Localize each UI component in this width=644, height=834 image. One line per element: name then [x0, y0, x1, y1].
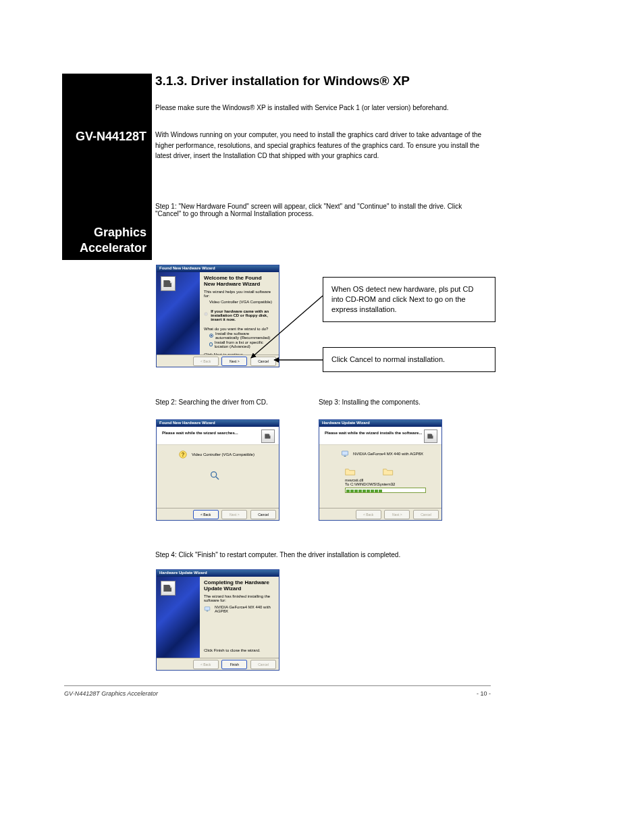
dialog1-heading: Welcome to the Found New Hardware Wizard [204, 275, 273, 287]
dialog1-sidepic [157, 272, 200, 355]
intro-paragraph-1: Please make sure the Windows® XP is inst… [155, 103, 485, 113]
dialog2-device-row: ? Video Controller (VGA Compatible) [178, 450, 273, 459]
svg-rect-10 [205, 607, 210, 610]
display-device-icon [341, 450, 349, 458]
dialog4-device: NVIDIA GeForce4 MX 440 with AGP8X [215, 605, 273, 613]
step2-label: Step 2: [155, 398, 177, 406]
dialog2-back-button[interactable]: < Back [193, 510, 219, 519]
dialog1-line1: This wizard helps you install software f… [204, 290, 273, 298]
page-footer: GV-N44128T Graphics Accelerator - 10 - [64, 690, 491, 697]
copy-anim [345, 467, 436, 475]
dialog1-opt1: Install the software automatically (Reco… [215, 332, 273, 340]
dialog-installing: Hardware Update Wizard Please wait while… [319, 419, 442, 521]
dialog2-body: ? Video Controller (VGA Compatible) [162, 447, 273, 505]
dialog4-titlebar: Hardware Update Wizard [157, 570, 279, 577]
dialog2-heading: Please wait while the wizard searches... [162, 431, 238, 435]
wizard-icon [261, 429, 275, 443]
dialog1-prompt: What do you want the wizard to do? [204, 327, 273, 331]
magnifier-icon [209, 470, 220, 481]
connector-icon [161, 277, 175, 290]
svg-point-6 [211, 472, 217, 477]
dialog-complete: Hardware Update Wizard Completing the Ha… [156, 569, 279, 671]
dialog3-body: NVIDIA GeForce4 MX 440 with AGP8X nvwcst… [325, 447, 436, 505]
callout-1-line-3: express installation. [331, 305, 487, 315]
step4-label: Step 4: [155, 551, 177, 558]
sidebar-caption-2: Graphics Accelerator [62, 225, 146, 255]
dialog1-device: Video Controller (VGA Compatible) [209, 300, 273, 304]
dialog1-radio-list[interactable]: Install from a list or specific location… [209, 340, 273, 348]
step1-text: Step 1: "New Hardware Found" screen will… [155, 203, 479, 217]
dialog4-finish-button[interactable]: Finish [221, 660, 247, 669]
step3-label: Step 3: [319, 398, 340, 406]
svg-rect-11 [207, 611, 209, 612]
svg-line-7 [216, 477, 219, 479]
dialog3-back-button[interactable]: < Back [356, 510, 381, 519]
wizard-icon [424, 429, 437, 443]
svg-rect-9 [344, 456, 346, 457]
dialog3-device-row: NVIDIA GeForce4 MX 440 with AGP8X [341, 450, 436, 458]
dialog2-cancel-button[interactable]: Cancel [250, 510, 276, 519]
search-anim-icon [209, 470, 273, 481]
dialog4-cancel-button[interactable]: Cancel [250, 660, 276, 669]
callout-2: Click Cancel to normal installation. [323, 347, 495, 372]
dialog4-heading: Completing the Hardware Update Wizard [204, 579, 273, 592]
dialog1-content: Welcome to the Found New Hardware Wizard… [204, 275, 273, 352]
radio-icon [209, 342, 213, 346]
dialog1-radio-auto[interactable]: Install the software automatically (Reco… [209, 332, 273, 340]
dialog1-cancel-button[interactable]: Cancel [250, 357, 276, 366]
cd-info-icon [204, 309, 208, 319]
dialog3-dest: To C:\WINDOWS\System32 [345, 482, 436, 486]
dialog4-content: Completing the Hardware Update Wizard Th… [204, 579, 273, 655]
svg-rect-8 [342, 451, 348, 455]
folder-from-icon [345, 467, 356, 475]
folder-to-icon [383, 467, 394, 475]
dialog3-device: NVIDIA GeForce4 MX 440 with AGP8X [353, 452, 423, 456]
callout-2-line-1: Click Cancel to normal installation. [331, 355, 487, 365]
dialog2-device: Video Controller (VGA Compatible) [192, 452, 254, 457]
connector-icon [161, 581, 175, 595]
dialog1-opt2: Install from a list or specific location… [215, 340, 273, 348]
dialog3-cancel-button[interactable]: Cancel [413, 510, 439, 519]
install-progress [345, 488, 426, 493]
step1-body: "New Hardware Found" screen will appear,… [155, 203, 462, 217]
unknown-device-icon: ? [178, 450, 188, 459]
dialog1-next-button[interactable]: Next > [221, 357, 247, 366]
step1-label: Step 1: [155, 203, 177, 210]
wizard-icon [161, 276, 176, 291]
callout-1-line-1: When OS detect new hardware, pls put CD [331, 284, 487, 294]
step3-text: Step 3: Installing the components. [319, 398, 643, 406]
dialog2-titlebar: Found New Hardware Wizard [157, 420, 279, 427]
svg-point-1 [205, 313, 207, 315]
dialog1-back-button[interactable]: < Back [193, 357, 219, 366]
step3-body: Installing the components. [342, 398, 420, 406]
footer-right: - 10 - [477, 690, 491, 697]
section-heading: 3.1.3. Driver installation for Windows® … [155, 74, 410, 88]
dialog-searching: Found New Hardware Wizard Please wait wh… [156, 419, 279, 521]
dialog4-back-button[interactable]: < Back [193, 660, 219, 669]
display-device-icon [204, 605, 211, 613]
callout-1-line-2: into CD-ROM and click Next to go on the [331, 294, 487, 305]
step4-body: Click "Finish" to restart computer. Then… [178, 551, 400, 558]
dialog1-tip: If your hardware came with an installati… [211, 309, 273, 321]
step2-body: Searching the driver from CD. [178, 398, 267, 406]
section-sidebar: GV-N44128T Graphics Accelerator [62, 74, 152, 260]
dialog4-sidepic [157, 577, 200, 658]
dialog3-next-button[interactable]: Next > [384, 510, 410, 519]
radio-icon [209, 334, 213, 338]
footer-rule [64, 685, 491, 686]
dialog-found-hardware-1: Found New Hardware Wizard Welcome to the… [156, 265, 279, 367]
dialog4-line1: The wizard has finished installing the s… [204, 594, 273, 602]
dialog2-next-button[interactable]: Next > [221, 510, 247, 519]
dialog3-titlebar: Hardware Update Wizard [319, 420, 441, 427]
callout-1: When OS detect new hardware, pls put CD … [323, 277, 495, 322]
sidebar-caption-1: GV-N44128T [76, 129, 146, 145]
svg-text:?: ? [182, 452, 185, 458]
footer-left: GV-N44128T Graphics Accelerator [64, 690, 158, 697]
intro-paragraph-2: With Windows running on your computer, y… [155, 130, 485, 161]
dialog4-device-row: NVIDIA GeForce4 MX 440 with AGP8X [204, 605, 273, 613]
dialog1-tip-row: If your hardware came with an installati… [204, 309, 273, 321]
dialog1-titlebar: Found New Hardware Wizard [157, 265, 279, 272]
dialog4-cont: Click Finish to close the wizard. [204, 648, 261, 652]
wizard-icon [161, 581, 176, 596]
step4-text: Step 4: Click "Finish" to restart comput… [155, 551, 479, 558]
